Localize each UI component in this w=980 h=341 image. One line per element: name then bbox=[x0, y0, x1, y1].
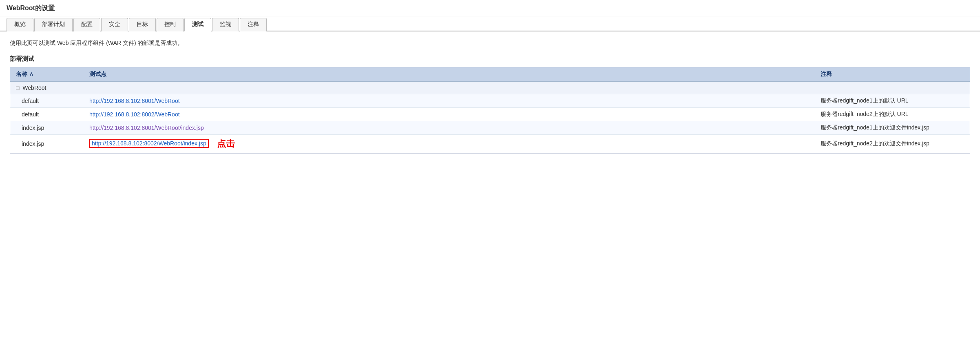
tab-target[interactable]: 目标 bbox=[129, 18, 156, 31]
col-header-test-point: 测试点 bbox=[84, 67, 815, 82]
name-cell-indexjsp-2: index.jsp bbox=[10, 135, 84, 153]
test-point-cell-indexjsp-2: http://192.168.8.102:8002/WebRoot/index.… bbox=[84, 135, 815, 153]
page-wrapper: WebRoot的设置 概览 部署计划 配置 安全 目标 控制 测试 监视 注释 … bbox=[0, 0, 980, 341]
note-cell-default-1: 服务器redgift_node1上的默认 URL bbox=[815, 94, 970, 108]
table-header-row: 名称 ∧ 测试点 注释 bbox=[10, 67, 970, 82]
table-row-indexjsp-node2: index.jsp http://192.168.8.102:8002/WebR… bbox=[10, 135, 970, 153]
link-indexjsp-node1[interactable]: http://192.168.8.102:8001/WebRoot/index.… bbox=[89, 125, 204, 131]
table-row-group-webroot: □ WebRoot bbox=[10, 82, 970, 94]
tab-control[interactable]: 控制 bbox=[157, 18, 184, 31]
link-default-node2[interactable]: http://192.168.8.102:8002/WebRoot bbox=[89, 111, 180, 118]
click-label: 点击 bbox=[217, 138, 235, 149]
tab-deploy-plan[interactable]: 部署计划 bbox=[34, 18, 73, 31]
tabs-bar: 概览 部署计划 配置 安全 目标 控制 测试 监视 注释 bbox=[0, 17, 980, 31]
description-text: 使用此页可以测试 Web 应用程序组件 (WAR 文件) 的部署是否成功。 bbox=[10, 40, 970, 47]
tab-notes[interactable]: 注释 bbox=[240, 18, 267, 31]
tab-monitor[interactable]: 监视 bbox=[212, 18, 239, 31]
group-name-cell: □ WebRoot bbox=[10, 82, 84, 94]
test-point-cell-indexjsp-1: http://192.168.8.102:8001/WebRoot/index.… bbox=[84, 121, 815, 135]
name-cell-indexjsp-1: index.jsp bbox=[10, 121, 84, 135]
section-title: 部署测试 bbox=[10, 55, 970, 63]
name-cell-default-1: default bbox=[10, 94, 84, 108]
col-header-name: 名称 ∧ bbox=[10, 67, 84, 82]
group-test-cell bbox=[84, 82, 815, 94]
collapse-icon[interactable]: □ bbox=[16, 85, 19, 91]
tab-overview[interactable]: 概览 bbox=[7, 18, 33, 31]
name-cell-default-2: default bbox=[10, 108, 84, 121]
table-row-default-node2: default http://192.168.8.102:8002/WebRoo… bbox=[10, 108, 970, 121]
table-row-default-node1: default http://192.168.8.102:8001/WebRoo… bbox=[10, 94, 970, 108]
page-title: WebRoot的设置 bbox=[0, 0, 980, 16]
link-default-node1[interactable]: http://192.168.8.102:8001/WebRoot bbox=[89, 98, 180, 104]
table-row-indexjsp-node1: index.jsp http://192.168.8.102:8001/WebR… bbox=[10, 121, 970, 135]
deploy-test-table: 名称 ∧ 测试点 注释 □ WebRoot bbox=[10, 67, 970, 154]
note-cell-indexjsp-2: 服务器redgift_node2上的欢迎文件index.jsp bbox=[815, 135, 970, 153]
note-cell-indexjsp-1: 服务器redgift_node1上的欢迎文件index.jsp bbox=[815, 121, 970, 135]
tab-test[interactable]: 测试 bbox=[184, 18, 211, 31]
tab-config[interactable]: 配置 bbox=[73, 18, 100, 31]
note-cell-default-2: 服务器redgift_node2上的默认 URL bbox=[815, 108, 970, 121]
main-content: 使用此页可以测试 Web 应用程序组件 (WAR 文件) 的部署是否成功。 部署… bbox=[0, 31, 980, 162]
col-header-note: 注释 bbox=[815, 67, 970, 82]
test-point-cell-default-1: http://192.168.8.102:8001/WebRoot bbox=[84, 94, 815, 108]
tab-security[interactable]: 安全 bbox=[101, 18, 128, 31]
test-point-cell-default-2: http://192.168.8.102:8002/WebRoot bbox=[84, 108, 815, 121]
link-indexjsp-node2-highlighted[interactable]: http://192.168.8.102:8002/WebRoot/index.… bbox=[89, 139, 209, 148]
group-note-cell bbox=[815, 82, 970, 94]
